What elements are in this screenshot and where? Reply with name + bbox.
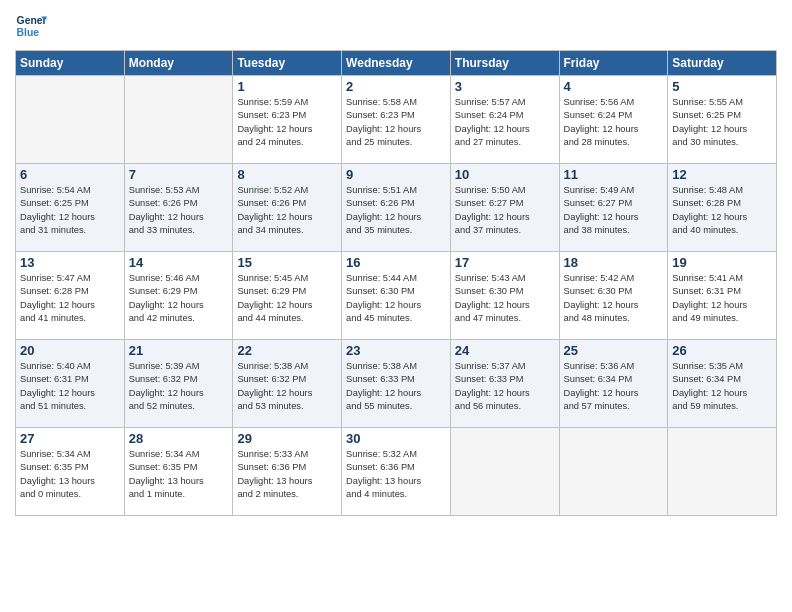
day-number: 26	[672, 343, 772, 358]
calendar-day-cell: 24Sunrise: 5:37 AM Sunset: 6:33 PM Dayli…	[450, 340, 559, 428]
calendar-day-cell	[668, 428, 777, 516]
day-info: Sunrise: 5:34 AM Sunset: 6:35 PM Dayligh…	[129, 448, 229, 502]
day-number: 25	[564, 343, 664, 358]
calendar-day-cell: 3Sunrise: 5:57 AM Sunset: 6:24 PM Daylig…	[450, 76, 559, 164]
day-number: 6	[20, 167, 120, 182]
weekday-header: Monday	[124, 51, 233, 76]
calendar-day-cell: 25Sunrise: 5:36 AM Sunset: 6:34 PM Dayli…	[559, 340, 668, 428]
header: General Blue	[15, 10, 777, 42]
day-number: 13	[20, 255, 120, 270]
day-info: Sunrise: 5:59 AM Sunset: 6:23 PM Dayligh…	[237, 96, 337, 150]
calendar-day-cell: 9Sunrise: 5:51 AM Sunset: 6:26 PM Daylig…	[342, 164, 451, 252]
calendar-day-cell	[16, 76, 125, 164]
day-info: Sunrise: 5:42 AM Sunset: 6:30 PM Dayligh…	[564, 272, 664, 326]
calendar-day-cell: 8Sunrise: 5:52 AM Sunset: 6:26 PM Daylig…	[233, 164, 342, 252]
calendar-day-cell: 26Sunrise: 5:35 AM Sunset: 6:34 PM Dayli…	[668, 340, 777, 428]
day-info: Sunrise: 5:45 AM Sunset: 6:29 PM Dayligh…	[237, 272, 337, 326]
day-info: Sunrise: 5:56 AM Sunset: 6:24 PM Dayligh…	[564, 96, 664, 150]
weekday-header: Friday	[559, 51, 668, 76]
day-number: 1	[237, 79, 337, 94]
weekday-header-row: SundayMondayTuesdayWednesdayThursdayFrid…	[16, 51, 777, 76]
weekday-header: Sunday	[16, 51, 125, 76]
weekday-header: Wednesday	[342, 51, 451, 76]
day-info: Sunrise: 5:52 AM Sunset: 6:26 PM Dayligh…	[237, 184, 337, 238]
calendar-day-cell: 2Sunrise: 5:58 AM Sunset: 6:23 PM Daylig…	[342, 76, 451, 164]
page: General Blue SundayMondayTuesdayWednesda…	[0, 0, 792, 612]
day-number: 24	[455, 343, 555, 358]
calendar-day-cell: 15Sunrise: 5:45 AM Sunset: 6:29 PM Dayli…	[233, 252, 342, 340]
day-info: Sunrise: 5:49 AM Sunset: 6:27 PM Dayligh…	[564, 184, 664, 238]
calendar-week-row: 20Sunrise: 5:40 AM Sunset: 6:31 PM Dayli…	[16, 340, 777, 428]
calendar-day-cell: 29Sunrise: 5:33 AM Sunset: 6:36 PM Dayli…	[233, 428, 342, 516]
day-info: Sunrise: 5:35 AM Sunset: 6:34 PM Dayligh…	[672, 360, 772, 414]
day-info: Sunrise: 5:38 AM Sunset: 6:33 PM Dayligh…	[346, 360, 446, 414]
calendar-day-cell: 23Sunrise: 5:38 AM Sunset: 6:33 PM Dayli…	[342, 340, 451, 428]
day-info: Sunrise: 5:32 AM Sunset: 6:36 PM Dayligh…	[346, 448, 446, 502]
day-number: 9	[346, 167, 446, 182]
calendar-day-cell	[124, 76, 233, 164]
calendar-day-cell: 1Sunrise: 5:59 AM Sunset: 6:23 PM Daylig…	[233, 76, 342, 164]
day-info: Sunrise: 5:50 AM Sunset: 6:27 PM Dayligh…	[455, 184, 555, 238]
day-info: Sunrise: 5:46 AM Sunset: 6:29 PM Dayligh…	[129, 272, 229, 326]
calendar-day-cell: 10Sunrise: 5:50 AM Sunset: 6:27 PM Dayli…	[450, 164, 559, 252]
day-number: 8	[237, 167, 337, 182]
calendar-day-cell	[559, 428, 668, 516]
logo-icon: General Blue	[15, 10, 47, 42]
calendar-day-cell: 14Sunrise: 5:46 AM Sunset: 6:29 PM Dayli…	[124, 252, 233, 340]
day-info: Sunrise: 5:53 AM Sunset: 6:26 PM Dayligh…	[129, 184, 229, 238]
day-info: Sunrise: 5:58 AM Sunset: 6:23 PM Dayligh…	[346, 96, 446, 150]
day-number: 20	[20, 343, 120, 358]
day-info: Sunrise: 5:57 AM Sunset: 6:24 PM Dayligh…	[455, 96, 555, 150]
calendar-day-cell: 21Sunrise: 5:39 AM Sunset: 6:32 PM Dayli…	[124, 340, 233, 428]
day-number: 15	[237, 255, 337, 270]
svg-text:Blue: Blue	[17, 27, 40, 38]
calendar-day-cell: 4Sunrise: 5:56 AM Sunset: 6:24 PM Daylig…	[559, 76, 668, 164]
day-info: Sunrise: 5:54 AM Sunset: 6:25 PM Dayligh…	[20, 184, 120, 238]
day-number: 16	[346, 255, 446, 270]
calendar-day-cell	[450, 428, 559, 516]
calendar-week-row: 13Sunrise: 5:47 AM Sunset: 6:28 PM Dayli…	[16, 252, 777, 340]
calendar-day-cell: 30Sunrise: 5:32 AM Sunset: 6:36 PM Dayli…	[342, 428, 451, 516]
day-number: 4	[564, 79, 664, 94]
day-number: 12	[672, 167, 772, 182]
day-info: Sunrise: 5:51 AM Sunset: 6:26 PM Dayligh…	[346, 184, 446, 238]
calendar-day-cell: 18Sunrise: 5:42 AM Sunset: 6:30 PM Dayli…	[559, 252, 668, 340]
day-number: 10	[455, 167, 555, 182]
day-info: Sunrise: 5:36 AM Sunset: 6:34 PM Dayligh…	[564, 360, 664, 414]
day-info: Sunrise: 5:47 AM Sunset: 6:28 PM Dayligh…	[20, 272, 120, 326]
day-info: Sunrise: 5:33 AM Sunset: 6:36 PM Dayligh…	[237, 448, 337, 502]
calendar: SundayMondayTuesdayWednesdayThursdayFrid…	[15, 50, 777, 516]
calendar-day-cell: 11Sunrise: 5:49 AM Sunset: 6:27 PM Dayli…	[559, 164, 668, 252]
day-number: 17	[455, 255, 555, 270]
day-number: 29	[237, 431, 337, 446]
day-number: 11	[564, 167, 664, 182]
day-info: Sunrise: 5:48 AM Sunset: 6:28 PM Dayligh…	[672, 184, 772, 238]
calendar-day-cell: 22Sunrise: 5:38 AM Sunset: 6:32 PM Dayli…	[233, 340, 342, 428]
day-number: 18	[564, 255, 664, 270]
day-number: 22	[237, 343, 337, 358]
day-number: 21	[129, 343, 229, 358]
calendar-day-cell: 28Sunrise: 5:34 AM Sunset: 6:35 PM Dayli…	[124, 428, 233, 516]
day-number: 28	[129, 431, 229, 446]
calendar-day-cell: 27Sunrise: 5:34 AM Sunset: 6:35 PM Dayli…	[16, 428, 125, 516]
calendar-day-cell: 19Sunrise: 5:41 AM Sunset: 6:31 PM Dayli…	[668, 252, 777, 340]
weekday-header: Tuesday	[233, 51, 342, 76]
day-number: 19	[672, 255, 772, 270]
day-number: 5	[672, 79, 772, 94]
weekday-header: Saturday	[668, 51, 777, 76]
day-number: 3	[455, 79, 555, 94]
weekday-header: Thursday	[450, 51, 559, 76]
logo: General Blue	[15, 10, 47, 42]
day-number: 30	[346, 431, 446, 446]
calendar-day-cell: 6Sunrise: 5:54 AM Sunset: 6:25 PM Daylig…	[16, 164, 125, 252]
day-number: 14	[129, 255, 229, 270]
day-number: 23	[346, 343, 446, 358]
day-info: Sunrise: 5:44 AM Sunset: 6:30 PM Dayligh…	[346, 272, 446, 326]
day-info: Sunrise: 5:40 AM Sunset: 6:31 PM Dayligh…	[20, 360, 120, 414]
calendar-day-cell: 17Sunrise: 5:43 AM Sunset: 6:30 PM Dayli…	[450, 252, 559, 340]
calendar-week-row: 27Sunrise: 5:34 AM Sunset: 6:35 PM Dayli…	[16, 428, 777, 516]
day-number: 2	[346, 79, 446, 94]
day-info: Sunrise: 5:55 AM Sunset: 6:25 PM Dayligh…	[672, 96, 772, 150]
calendar-week-row: 6Sunrise: 5:54 AM Sunset: 6:25 PM Daylig…	[16, 164, 777, 252]
day-number: 7	[129, 167, 229, 182]
